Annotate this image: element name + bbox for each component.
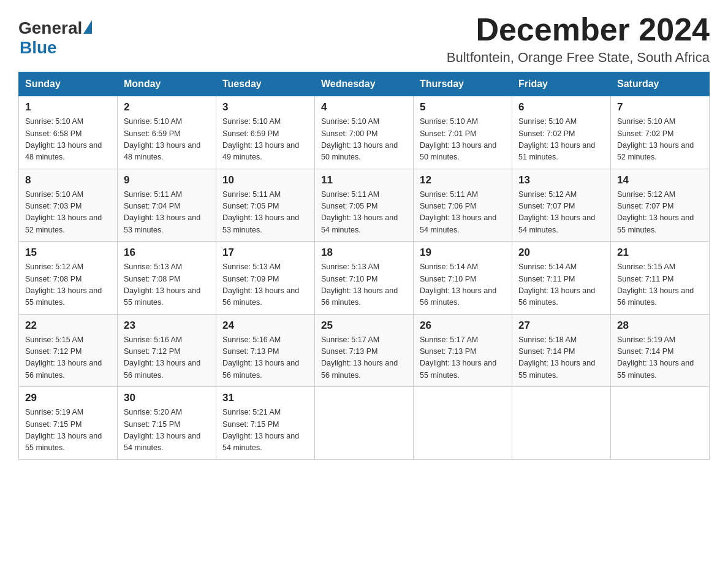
weekday-header-saturday: Saturday xyxy=(611,72,710,96)
day-info: Sunrise: 5:11 AMSunset: 7:06 PMDaylight:… xyxy=(420,189,506,237)
calendar-cell: 26Sunrise: 5:17 AMSunset: 7:13 PMDayligh… xyxy=(414,314,512,387)
day-number: 27 xyxy=(518,320,604,332)
day-info: Sunrise: 5:15 AMSunset: 7:12 PMDaylight:… xyxy=(25,334,111,382)
day-info: Sunrise: 5:10 AMSunset: 7:03 PMDaylight:… xyxy=(25,189,111,237)
calendar-cell: 13Sunrise: 5:12 AMSunset: 7:07 PMDayligh… xyxy=(512,169,611,242)
day-info: Sunrise: 5:19 AMSunset: 7:14 PMDaylight:… xyxy=(617,334,703,382)
calendar-week-row: 15Sunrise: 5:12 AMSunset: 7:08 PMDayligh… xyxy=(19,242,710,315)
calendar-table: SundayMondayTuesdayWednesdayThursdayFrid… xyxy=(18,72,710,460)
day-number: 1 xyxy=(25,101,111,113)
logo-general-text: General xyxy=(18,18,82,38)
logo-triangle-icon xyxy=(83,20,92,34)
calendar-cell: 31Sunrise: 5:21 AMSunset: 7:15 PMDayligh… xyxy=(216,387,315,460)
day-number: 6 xyxy=(518,101,604,113)
title-area: December 2024 Bultfontein, Orange Free S… xyxy=(447,12,710,66)
weekday-header-thursday: Thursday xyxy=(414,72,512,96)
calendar-cell: 23Sunrise: 5:16 AMSunset: 7:12 PMDayligh… xyxy=(118,314,216,387)
calendar-week-row: 22Sunrise: 5:15 AMSunset: 7:12 PMDayligh… xyxy=(19,314,710,387)
weekday-header-row: SundayMondayTuesdayWednesdayThursdayFrid… xyxy=(19,72,710,96)
day-number: 31 xyxy=(222,392,308,404)
calendar-cell: 14Sunrise: 5:12 AMSunset: 7:07 PMDayligh… xyxy=(611,169,710,242)
day-number: 23 xyxy=(124,320,210,332)
calendar-cell xyxy=(512,387,611,460)
calendar-cell xyxy=(315,387,414,460)
day-info: Sunrise: 5:18 AMSunset: 7:14 PMDaylight:… xyxy=(518,334,604,382)
day-info: Sunrise: 5:20 AMSunset: 7:15 PMDaylight:… xyxy=(124,407,210,454)
calendar-cell: 17Sunrise: 5:13 AMSunset: 7:09 PMDayligh… xyxy=(216,242,315,315)
calendar-cell: 6Sunrise: 5:10 AMSunset: 7:02 PMDaylight… xyxy=(512,96,611,169)
day-number: 19 xyxy=(420,247,506,259)
day-info: Sunrise: 5:11 AMSunset: 7:05 PMDaylight:… xyxy=(321,189,407,237)
calendar-cell: 8Sunrise: 5:10 AMSunset: 7:03 PMDaylight… xyxy=(19,169,118,242)
calendar-cell: 27Sunrise: 5:18 AMSunset: 7:14 PMDayligh… xyxy=(512,314,611,387)
day-info: Sunrise: 5:10 AMSunset: 6:59 PMDaylight:… xyxy=(222,116,308,164)
day-number: 15 xyxy=(25,247,111,259)
logo-blue-text: Blue xyxy=(20,38,57,58)
calendar-cell xyxy=(611,387,710,460)
day-info: Sunrise: 5:16 AMSunset: 7:12 PMDaylight:… xyxy=(124,334,210,382)
day-info: Sunrise: 5:12 AMSunset: 7:07 PMDaylight:… xyxy=(617,189,703,237)
day-info: Sunrise: 5:12 AMSunset: 7:08 PMDaylight:… xyxy=(25,261,111,309)
day-info: Sunrise: 5:10 AMSunset: 7:02 PMDaylight:… xyxy=(617,116,703,164)
day-info: Sunrise: 5:14 AMSunset: 7:11 PMDaylight:… xyxy=(518,261,604,309)
calendar-cell: 15Sunrise: 5:12 AMSunset: 7:08 PMDayligh… xyxy=(19,242,118,315)
calendar-cell: 7Sunrise: 5:10 AMSunset: 7:02 PMDaylight… xyxy=(611,96,710,169)
day-info: Sunrise: 5:16 AMSunset: 7:13 PMDaylight:… xyxy=(222,334,308,382)
calendar-cell: 16Sunrise: 5:13 AMSunset: 7:08 PMDayligh… xyxy=(118,242,216,315)
day-info: Sunrise: 5:10 AMSunset: 7:00 PMDaylight:… xyxy=(321,116,407,164)
day-number: 28 xyxy=(617,320,703,332)
calendar-cell: 30Sunrise: 5:20 AMSunset: 7:15 PMDayligh… xyxy=(118,387,216,460)
calendar-week-row: 29Sunrise: 5:19 AMSunset: 7:15 PMDayligh… xyxy=(19,387,710,460)
calendar-cell: 25Sunrise: 5:17 AMSunset: 7:13 PMDayligh… xyxy=(315,314,414,387)
calendar-cell: 12Sunrise: 5:11 AMSunset: 7:06 PMDayligh… xyxy=(414,169,512,242)
weekday-header-friday: Friday xyxy=(512,72,611,96)
day-number: 4 xyxy=(321,101,407,113)
calendar-cell: 29Sunrise: 5:19 AMSunset: 7:15 PMDayligh… xyxy=(19,387,118,460)
day-info: Sunrise: 5:14 AMSunset: 7:10 PMDaylight:… xyxy=(420,261,506,309)
calendar-cell: 20Sunrise: 5:14 AMSunset: 7:11 PMDayligh… xyxy=(512,242,611,315)
weekday-header-monday: Monday xyxy=(118,72,216,96)
day-number: 3 xyxy=(222,101,308,113)
weekday-header-wednesday: Wednesday xyxy=(315,72,414,96)
day-number: 30 xyxy=(124,392,210,404)
calendar-cell: 5Sunrise: 5:10 AMSunset: 7:01 PMDaylight… xyxy=(414,96,512,169)
calendar-cell: 4Sunrise: 5:10 AMSunset: 7:00 PMDaylight… xyxy=(315,96,414,169)
day-number: 2 xyxy=(124,101,210,113)
day-info: Sunrise: 5:11 AMSunset: 7:04 PMDaylight:… xyxy=(124,189,210,237)
day-info: Sunrise: 5:17 AMSunset: 7:13 PMDaylight:… xyxy=(321,334,407,382)
calendar-cell: 10Sunrise: 5:11 AMSunset: 7:05 PMDayligh… xyxy=(216,169,315,242)
calendar-cell: 3Sunrise: 5:10 AMSunset: 6:59 PMDaylight… xyxy=(216,96,315,169)
day-info: Sunrise: 5:10 AMSunset: 6:58 PMDaylight:… xyxy=(25,116,111,164)
calendar-cell: 2Sunrise: 5:10 AMSunset: 6:59 PMDaylight… xyxy=(118,96,216,169)
day-number: 29 xyxy=(25,392,111,404)
day-number: 25 xyxy=(321,320,407,332)
day-number: 5 xyxy=(420,101,506,113)
day-number: 12 xyxy=(420,174,506,186)
calendar-cell: 28Sunrise: 5:19 AMSunset: 7:14 PMDayligh… xyxy=(611,314,710,387)
weekday-header-tuesday: Tuesday xyxy=(216,72,315,96)
day-info: Sunrise: 5:13 AMSunset: 7:10 PMDaylight:… xyxy=(321,261,407,309)
day-info: Sunrise: 5:21 AMSunset: 7:15 PMDaylight:… xyxy=(222,407,308,454)
day-number: 22 xyxy=(25,320,111,332)
day-number: 9 xyxy=(124,174,210,186)
day-info: Sunrise: 5:10 AMSunset: 6:59 PMDaylight:… xyxy=(124,116,210,164)
calendar-cell: 1Sunrise: 5:10 AMSunset: 6:58 PMDaylight… xyxy=(19,96,118,169)
calendar-cell: 9Sunrise: 5:11 AMSunset: 7:04 PMDaylight… xyxy=(118,169,216,242)
weekday-header-sunday: Sunday xyxy=(19,72,118,96)
day-info: Sunrise: 5:10 AMSunset: 7:01 PMDaylight:… xyxy=(420,116,506,164)
calendar-cell: 19Sunrise: 5:14 AMSunset: 7:10 PMDayligh… xyxy=(414,242,512,315)
day-number: 13 xyxy=(518,174,604,186)
day-number: 7 xyxy=(617,101,703,113)
day-info: Sunrise: 5:15 AMSunset: 7:11 PMDaylight:… xyxy=(617,261,703,309)
day-number: 21 xyxy=(617,247,703,259)
calendar-week-row: 8Sunrise: 5:10 AMSunset: 7:03 PMDaylight… xyxy=(19,169,710,242)
day-info: Sunrise: 5:19 AMSunset: 7:15 PMDaylight:… xyxy=(25,407,111,454)
day-number: 8 xyxy=(25,174,111,186)
calendar-cell: 22Sunrise: 5:15 AMSunset: 7:12 PMDayligh… xyxy=(19,314,118,387)
day-info: Sunrise: 5:10 AMSunset: 7:02 PMDaylight:… xyxy=(518,116,604,164)
calendar-cell: 18Sunrise: 5:13 AMSunset: 7:10 PMDayligh… xyxy=(315,242,414,315)
day-number: 18 xyxy=(321,247,407,259)
header: General Blue December 2024 Bultfontein, … xyxy=(18,12,710,66)
day-info: Sunrise: 5:11 AMSunset: 7:05 PMDaylight:… xyxy=(222,189,308,237)
calendar-cell: 24Sunrise: 5:16 AMSunset: 7:13 PMDayligh… xyxy=(216,314,315,387)
